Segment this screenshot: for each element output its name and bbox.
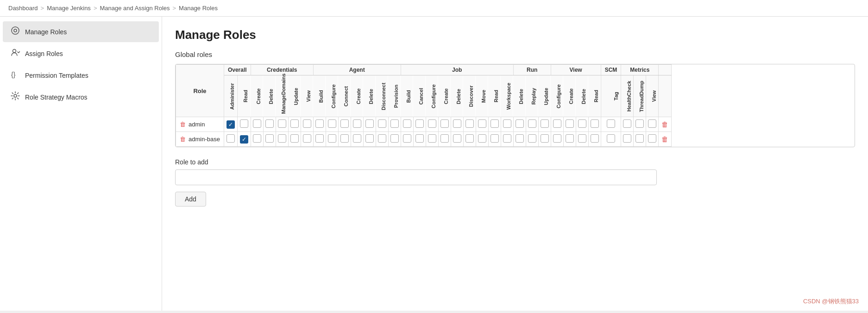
- unchecked-checkbox[interactable]: [578, 134, 586, 143]
- checkbox-admin-26[interactable]: [551, 117, 563, 132]
- breadcrumb-item-manage-assign-roles[interactable]: Manage and Assign Roles: [100, 5, 170, 12]
- unchecked-checkbox[interactable]: [648, 119, 656, 128]
- unchecked-checkbox[interactable]: [491, 119, 499, 128]
- checkbox-admin-base-29[interactable]: [588, 132, 601, 147]
- unchecked-checkbox[interactable]: [491, 134, 499, 143]
- checkbox-admin-5[interactable]: [288, 117, 301, 132]
- checkbox-admin-29[interactable]: [588, 117, 601, 132]
- unchecked-checkbox[interactable]: [503, 119, 511, 128]
- checkbox-admin-base-27[interactable]: [563, 132, 576, 147]
- unchecked-checkbox[interactable]: [253, 134, 261, 143]
- unchecked-checkbox[interactable]: [648, 134, 656, 143]
- checkbox-admin-base-32[interactable]: [634, 132, 646, 147]
- unchecked-checkbox[interactable]: [440, 119, 449, 128]
- checkbox-admin-20[interactable]: [476, 117, 488, 132]
- checkbox-admin-base-5[interactable]: [288, 132, 301, 147]
- unchecked-checkbox[interactable]: [623, 134, 631, 143]
- checkbox-admin-base-18[interactable]: [451, 132, 463, 147]
- unchecked-checkbox[interactable]: [240, 119, 248, 128]
- checkbox-admin-10[interactable]: [351, 117, 363, 132]
- delete-role-icon[interactable]: 🗑: [180, 121, 186, 128]
- unchecked-checkbox[interactable]: [607, 119, 615, 128]
- unchecked-checkbox[interactable]: [516, 119, 524, 128]
- checkbox-admin-11[interactable]: [363, 117, 376, 132]
- checkbox-admin-base-7[interactable]: [313, 132, 326, 147]
- checkbox-admin-28[interactable]: [576, 117, 588, 132]
- checkbox-admin-base-25[interactable]: [538, 132, 551, 147]
- unchecked-checkbox[interactable]: [566, 119, 574, 128]
- checkbox-admin-base-6[interactable]: [301, 132, 313, 147]
- checkbox-admin-24[interactable]: [526, 117, 538, 132]
- checkbox-admin-8[interactable]: [326, 117, 338, 132]
- unchecked-checkbox[interactable]: [415, 119, 424, 128]
- unchecked-checkbox[interactable]: [278, 119, 286, 128]
- checkbox-admin-base-11[interactable]: [363, 132, 376, 147]
- unchecked-checkbox[interactable]: [528, 119, 536, 128]
- unchecked-checkbox[interactable]: [440, 134, 449, 143]
- checkbox-admin-33[interactable]: [646, 117, 659, 132]
- checkbox-admin-base-8[interactable]: [326, 132, 338, 147]
- checkbox-admin-base-21[interactable]: [488, 132, 501, 147]
- checkbox-admin-base-28[interactable]: [576, 132, 588, 147]
- checkbox-admin-base-31[interactable]: [621, 132, 634, 147]
- sidebar-item-assign-roles[interactable]: Assign Roles: [3, 43, 159, 64]
- unchecked-checkbox[interactable]: [591, 119, 599, 128]
- unchecked-checkbox[interactable]: [541, 119, 549, 128]
- unchecked-checkbox[interactable]: [390, 119, 399, 128]
- unchecked-checkbox[interactable]: [465, 134, 474, 143]
- checkbox-admin-17[interactable]: [438, 117, 451, 132]
- unchecked-checkbox[interactable]: [428, 119, 436, 128]
- checkbox-admin-31[interactable]: [621, 117, 634, 132]
- unchecked-checkbox[interactable]: [340, 134, 349, 143]
- unchecked-checkbox[interactable]: [528, 134, 536, 143]
- checkbox-admin-3[interactable]: [263, 117, 276, 132]
- checkbox-admin-base-3[interactable]: [263, 132, 276, 147]
- breadcrumb-item-dashboard[interactable]: Dashboard: [8, 5, 38, 12]
- unchecked-checkbox[interactable]: [415, 134, 424, 143]
- unchecked-checkbox[interactable]: [541, 134, 549, 143]
- checkbox-admin-18[interactable]: [451, 117, 463, 132]
- checkbox-admin-base-24[interactable]: [526, 132, 538, 147]
- unchecked-checkbox[interactable]: [353, 134, 361, 143]
- sidebar-item-role-strategy-macros[interactable]: Role Strategy Macros: [3, 87, 159, 107]
- unchecked-checkbox[interactable]: [465, 119, 474, 128]
- unchecked-checkbox[interactable]: [403, 119, 411, 128]
- unchecked-checkbox[interactable]: [353, 119, 361, 128]
- add-button[interactable]: Add: [175, 192, 206, 207]
- unchecked-checkbox[interactable]: [253, 119, 261, 128]
- unchecked-checkbox[interactable]: [340, 119, 349, 128]
- checkbox-admin-base-23[interactable]: [513, 132, 526, 147]
- unchecked-checkbox[interactable]: [607, 134, 615, 143]
- unchecked-checkbox[interactable]: [365, 134, 374, 143]
- unchecked-checkbox[interactable]: [635, 119, 644, 128]
- unchecked-checkbox[interactable]: [428, 134, 436, 143]
- checkbox-admin-base-0[interactable]: [224, 132, 237, 147]
- checkbox-admin-base-12[interactable]: [376, 132, 388, 147]
- delete-icon-right-admin[interactable]: 🗑: [659, 117, 672, 132]
- checkbox-admin-base-16[interactable]: [426, 132, 438, 147]
- checkbox-admin-13[interactable]: [388, 117, 401, 132]
- breadcrumb-item-manage-jenkins[interactable]: Manage Jenkins: [47, 5, 91, 12]
- trash-icon-right[interactable]: 🗑: [659, 120, 671, 128]
- unchecked-checkbox[interactable]: [328, 119, 336, 128]
- unchecked-checkbox[interactable]: [516, 134, 524, 143]
- unchecked-checkbox[interactable]: [503, 134, 511, 143]
- checkbox-admin-base-13[interactable]: [388, 132, 401, 147]
- checkbox-admin-base-20[interactable]: [476, 132, 488, 147]
- checkbox-admin-9[interactable]: [338, 117, 351, 132]
- checked-checkbox[interactable]: ✓: [226, 120, 235, 129]
- unchecked-checkbox[interactable]: [290, 119, 299, 128]
- unchecked-checkbox[interactable]: [623, 119, 631, 128]
- checkbox-admin-base-1[interactable]: ✓: [237, 132, 251, 147]
- checkbox-admin-base-33[interactable]: [646, 132, 659, 147]
- unchecked-checkbox[interactable]: [265, 119, 274, 128]
- checkbox-admin-base-15[interactable]: [413, 132, 426, 147]
- role-input[interactable]: [175, 169, 657, 185]
- checkbox-admin-base-17[interactable]: [438, 132, 451, 147]
- checkbox-admin-6[interactable]: [301, 117, 313, 132]
- unchecked-checkbox[interactable]: [578, 119, 586, 128]
- checkbox-admin-23[interactable]: [513, 117, 526, 132]
- unchecked-checkbox[interactable]: [328, 134, 336, 143]
- checkbox-admin-32[interactable]: [634, 117, 646, 132]
- unchecked-checkbox[interactable]: [378, 119, 386, 128]
